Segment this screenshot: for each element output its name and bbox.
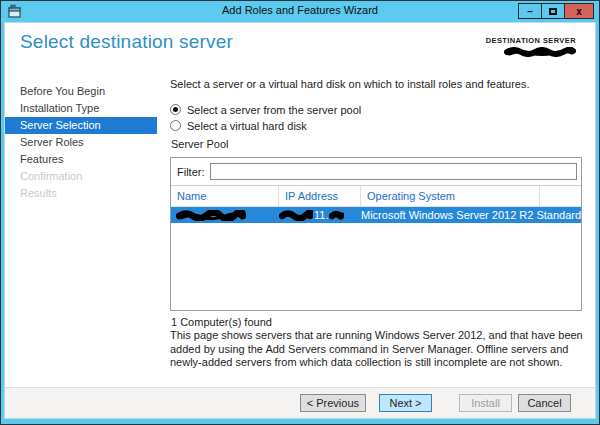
radio-virtual-hard-disk[interactable]: Select a virtual hard disk <box>170 118 361 133</box>
server-name-cell <box>171 210 279 221</box>
window-controls: – x <box>519 3 594 19</box>
title-bar[interactable]: Add Roles and Features Wizard – x <box>1 1 599 22</box>
sidebar-item-server-selection[interactable]: Server Selection <box>5 117 157 134</box>
maximize-icon <box>549 8 557 15</box>
destination-type-radio-group: Select a server from the server pool Sel… <box>170 102 361 134</box>
wizard-steps-sidebar: Before You Begin Installation Type Serve… <box>5 83 165 202</box>
column-header-name[interactable]: Name <box>171 186 279 206</box>
radio-server-pool[interactable]: Select a server from the server pool <box>170 102 361 117</box>
column-header-operating-system[interactable]: Operating System <box>361 186 540 206</box>
server-pool-box: Filter: Name IP Address Operating System <box>170 157 582 311</box>
server-table-row-selected[interactable]: 11. Microsoft Windows Server 2012 R2 Sta… <box>171 207 581 223</box>
cancel-button[interactable]: Cancel <box>518 394 571 412</box>
sidebar-item-features[interactable]: Features <box>5 151 157 168</box>
filter-input[interactable] <box>210 163 578 180</box>
minimize-button[interactable]: – <box>518 3 542 19</box>
sidebar-item-results: Results <box>5 185 157 202</box>
redacted-destination-server <box>504 47 576 57</box>
sidebar-item-before-you-begin[interactable]: Before You Begin <box>5 83 157 100</box>
destination-server-block: DESTINATION SERVER <box>486 36 576 57</box>
install-button: Install <box>459 394 512 412</box>
next-button[interactable]: Next > <box>379 394 432 412</box>
sidebar-item-installation-type[interactable]: Installation Type <box>5 100 157 117</box>
server-os-cell: Microsoft Windows Server 2012 R2 Standar… <box>361 209 540 221</box>
server-table-header: Name IP Address Operating System <box>171 185 581 207</box>
page-description: This page shows servers that are running… <box>170 329 584 370</box>
redacted-server-name <box>176 210 246 221</box>
ip-visible-fragment: 11. <box>314 209 328 221</box>
redacted-ip-part <box>279 210 313 221</box>
radio-label: Select a server from the server pool <box>187 104 361 116</box>
computers-found-count: 1 Computer(s) found <box>171 316 272 328</box>
wizard-body: Select destination server DESTINATION SE… <box>4 22 596 419</box>
column-header-ip-address[interactable]: IP Address <box>279 186 361 206</box>
radio-button-icon <box>170 104 181 115</box>
wizard-window: Add Roles and Features Wizard – x Select… <box>0 0 600 425</box>
window-title: Add Roles and Features Wizard <box>1 4 599 16</box>
screenshot: Add Roles and Features Wizard – x Select… <box>0 0 600 425</box>
sidebar-item-server-roles[interactable]: Server Roles <box>5 134 157 151</box>
redacted-ip-part <box>329 210 344 221</box>
destination-server-label: DESTINATION SERVER <box>486 36 576 45</box>
filter-row: Filter: <box>171 158 581 185</box>
sidebar-item-confirmation: Confirmation <box>5 168 157 185</box>
radio-label: Select a virtual hard disk <box>187 120 307 132</box>
wizard-button-bar: < Previous Next > Install Cancel <box>5 387 595 418</box>
page-title: Select destination server <box>20 31 233 53</box>
radio-button-icon <box>170 120 181 131</box>
server-pool-section-label: Server Pool <box>171 138 228 150</box>
server-ip-cell: 11. <box>279 209 361 221</box>
column-header-spacer <box>540 186 581 206</box>
previous-button[interactable]: < Previous <box>300 394 366 412</box>
intro-text: Select a server or a virtual hard disk o… <box>170 78 580 90</box>
filter-label: Filter: <box>177 166 205 178</box>
maximize-button[interactable] <box>541 3 565 19</box>
close-button[interactable]: x <box>564 3 594 19</box>
